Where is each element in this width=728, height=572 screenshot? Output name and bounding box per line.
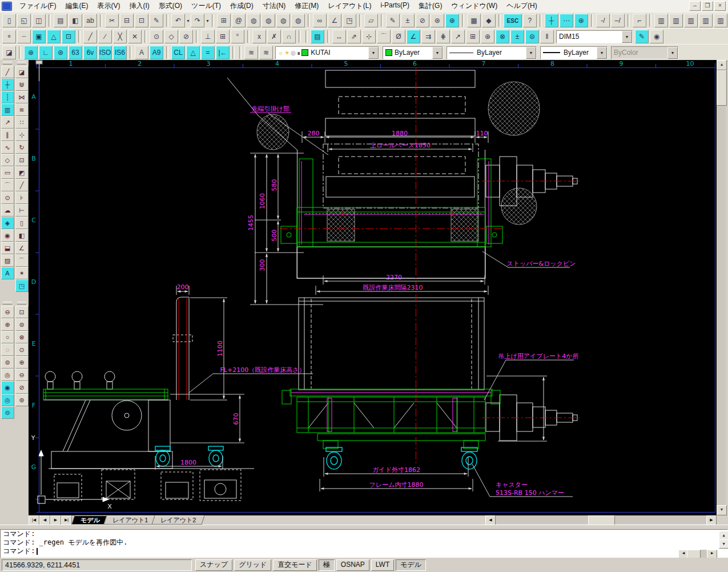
menu-item[interactable]: 形式(O) [154,0,187,12]
chevron-down-icon[interactable]: ▼ [526,47,536,59]
web-publish-icon[interactable]: ◍ [276,14,290,27]
col-ruler-icon[interactable]: ▥ [654,14,668,27]
chevron-down-icon[interactable]: ▼ [186,19,190,23]
snap-track-icon[interactable]: ┈ [17,30,31,43]
scroll-right-icon[interactable]: ▶ [707,550,717,558]
block-insert-tool-icon[interactable]: ◈ [1,217,14,229]
col-height-icon[interactable]: ▥ [714,14,727,27]
dim-angular-icon[interactable]: ∠ [407,30,420,43]
text-scale-icon[interactable]: A9 [150,46,163,59]
hscroll-thumb[interactable] [687,550,701,558]
circle-2p-tool-icon[interactable]: ○ [1,331,14,343]
center-snap-icon[interactable]: ⊙ [150,30,163,43]
close-button[interactable]: × [714,1,726,11]
grip-points-icon[interactable]: ⋯ [560,14,573,27]
dim-break-icon[interactable]: ⊗ [496,30,509,43]
tab-レイアウト1[interactable]: レイアウト1 [103,515,157,525]
menu-item[interactable]: レイアウト(L) [323,0,376,12]
zoom-page-tool-icon[interactable]: ⊘ [15,381,29,394]
circle-point-tool-icon[interactable]: ⊙ [1,191,14,204]
command-hscrollbar[interactable]: ◀ ▶ [678,550,717,558]
rectangle-tool-icon[interactable]: ▭ [1,166,14,179]
chevron-down-icon[interactable]: ▼ [597,47,607,59]
zoom-in-tool-icon[interactable]: ⊕ [15,356,29,369]
lengthen-tool-icon[interactable]: ╱ [15,179,29,191]
save-file-icon[interactable]: ◫ [32,14,46,27]
centerline-mark-icon[interactable]: CL [171,46,185,59]
menu-item[interactable]: 編集(E) [61,0,92,12]
canvas-vscrollbar[interactable]: ▲ ▼ [717,60,726,515]
tab-nav-button[interactable]: ◀ [39,515,50,525]
scroll-down-icon[interactable]: ▼ [717,505,727,515]
menu-item[interactable]: 寸法(N) [258,0,291,12]
corner-symbol-icon[interactable]: ∟ [39,46,53,59]
esc-button-icon[interactable]: ESC [504,14,522,27]
match-props-tool-icon[interactable]: ◳ [15,279,29,292]
format-painter-icon[interactable]: ✎ [150,14,163,27]
perpendicular-snap-icon[interactable]: ⊥ [201,30,215,43]
toolbar-grip[interactable] [17,302,26,305]
lineweight-combo[interactable]: ByLayer ▼ [540,46,608,59]
sketch-pen-icon[interactable]: ✎ [386,14,400,27]
circle-ttr-tool-icon[interactable]: ⊜ [1,356,14,369]
block-window-icon[interactable]: ⊞ [217,14,231,27]
dim-jog-icon[interactable]: ⊜ [525,30,539,43]
scale-tool-icon[interactable]: ⊡ [15,154,29,166]
erase-tool-icon[interactable]: ◪ [15,66,29,78]
zoom-window-tool-icon[interactable]: ⊡ [15,306,29,318]
dim-radius-icon[interactable]: ⌒ [377,30,391,43]
canvas-hscrollbar[interactable]: ◀ ▶ [485,515,717,524]
dim-baseline-icon[interactable]: ⇉ [421,30,435,43]
command-prompt-line[interactable]: コマンド: [1,547,727,555]
dim-diameter-icon[interactable]: Ø [392,30,405,43]
intersection-snap-icon[interactable]: ╳ [113,30,127,43]
tab-nav-button[interactable]: ▶| [61,515,72,525]
menu-item[interactable]: ウィンドウ(W) [447,0,502,12]
cut-icon[interactable]: ✂ [105,14,119,27]
snap-from-icon[interactable]: ⚬ [2,30,16,43]
scroll-right-icon[interactable]: ▶ [706,515,717,525]
status-toggle-OSNAP[interactable]: OSNAP [336,559,369,571]
circle-radius-tool-icon[interactable]: ⊖ [1,306,14,318]
equal-mark-icon[interactable]: = [201,46,215,59]
none-snap-icon[interactable]: ✗ [267,30,281,43]
circle-3p-tool-icon[interactable]: ◌ [1,343,14,356]
spline-tool-icon[interactable]: ∿ [1,141,14,154]
toolbar-grip[interactable] [3,62,12,65]
circle-concentric-tool-icon[interactable]: ◎ [1,369,14,381]
scroll-up-icon[interactable]: ▲ [717,60,727,70]
crosshair-move-icon[interactable]: ┼ [545,14,558,27]
web-email-icon[interactable]: ◍ [291,14,305,27]
explode-tool-icon[interactable]: ✶ [15,267,29,279]
move-tool-icon[interactable]: ⊹ [15,129,29,141]
pline-arrow-tool-icon[interactable]: ↗ [1,116,14,129]
magnet-snap-icon[interactable]: ∩ [282,30,296,43]
text-tool-icon[interactable]: A [1,267,14,279]
dim-spacing-icon[interactable]: ± [510,30,524,43]
ole-link-icon[interactable]: ∞ [313,14,327,27]
menu-item[interactable]: ファイル(F) [15,0,61,12]
corner-edit-icon[interactable]: ⌐ [633,14,646,27]
chamfer-tool-icon[interactable]: ∠ [15,242,29,254]
scroll-left-icon[interactable]: ◀ [485,515,496,525]
redo-icon[interactable]: ↷ [191,14,204,27]
minimize-button[interactable]: – [689,1,701,11]
target-snap-icon[interactable]: ⊕ [574,14,588,27]
col-pencil-icon[interactable]: ▥ [699,14,713,27]
color-combo[interactable]: ByLayer ▼ [383,46,443,59]
web-open-icon[interactable]: ◍ [247,14,260,27]
break-tool-icon[interactable]: ◧ [15,229,29,242]
zoom-extents-tool-icon[interactable]: ⊛ [15,394,29,406]
copy-icon[interactable]: ⊟ [120,14,134,27]
col-select-icon[interactable]: ▥ [669,14,683,27]
parallel-tool-icon[interactable]: ∥ [1,129,14,141]
endpoint-snap-icon[interactable]: ╱ [83,30,97,43]
nearest-snap-icon[interactable]: x [252,30,266,43]
menu-item[interactable]: 表示(V) [92,0,124,12]
array-tool-icon[interactable]: ∷ [15,116,29,129]
node-snap-icon[interactable]: ° [231,30,244,43]
toolbar-grip[interactable] [3,302,12,305]
layout-copy-icon[interactable]: ▱ [364,14,378,27]
layer-prev-icon[interactable]: ≋ [244,46,258,59]
new-file-icon[interactable]: ▯ [2,14,16,27]
